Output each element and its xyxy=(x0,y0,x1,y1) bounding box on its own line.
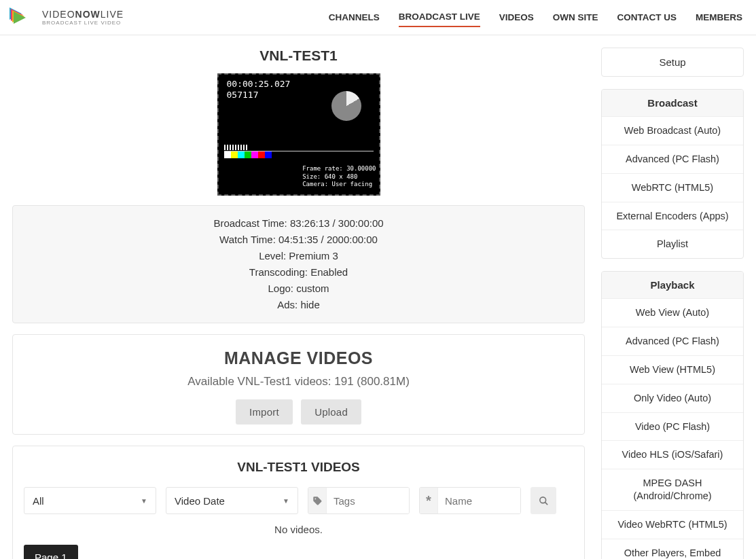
chevron-down-icon: ▼ xyxy=(141,497,147,505)
name-input-group: * xyxy=(419,487,521,514)
logo-icon xyxy=(8,5,35,30)
import-button[interactable]: Import xyxy=(236,399,293,425)
broadcast-panel: Broadcast Web Broadcast (Auto) Advanced … xyxy=(601,89,744,259)
name-input[interactable] xyxy=(438,488,520,513)
main-nav: CHANNELS BROADCAST LIVE VIDEOS OWN SITE … xyxy=(329,7,749,27)
playback-advanced-flash[interactable]: Advanced (PC Flash) xyxy=(602,327,743,356)
stat-logo: Logo: custom xyxy=(24,281,573,297)
search-button[interactable] xyxy=(530,487,556,514)
svg-point-4 xyxy=(539,497,545,503)
videos-heading: VNL-TEST1 VIDEOS xyxy=(24,460,573,475)
nav-channels[interactable]: CHANNELS xyxy=(329,8,380,26)
filter-date-select[interactable]: Video Date ▼ xyxy=(166,487,298,514)
bw-bars-icon xyxy=(224,145,247,150)
stat-transcoding: Transcoding: Enabled xyxy=(24,264,573,281)
playback-web-view-auto[interactable]: Web View (Auto) xyxy=(602,299,743,327)
playback-hls[interactable]: Video HLS (iOS/Safari) xyxy=(602,441,743,469)
pie-icon xyxy=(331,91,361,121)
logo[interactable]: VIDEONOWLIVE BROADCAST LIVE VIDEO xyxy=(7,5,124,30)
svg-line-5 xyxy=(545,502,547,505)
sidebar: Setup Broadcast Web Broadcast (Auto) Adv… xyxy=(601,48,744,559)
videos-card: VNL-TEST1 VIDEOS All ▼ Video Date ▼ xyxy=(12,446,585,559)
page-title: VNL-TEST1 xyxy=(12,48,585,64)
tag-icon xyxy=(308,488,327,513)
setup-button[interactable]: Setup xyxy=(601,48,744,77)
manage-heading: MANAGE VIDEOS xyxy=(24,348,573,368)
playback-webrtc[interactable]: Video WebRTC (HTML5) xyxy=(602,511,743,539)
playback-panel: Playback Web View (Auto) Advanced (PC Fl… xyxy=(601,271,744,559)
broadcast-advanced-flash[interactable]: Advanced (PC Flash) xyxy=(602,145,743,174)
stat-level: Level: Premium 3 xyxy=(24,248,573,264)
playback-video-flash[interactable]: Video (PC Flash) xyxy=(602,413,743,441)
playback-mpeg-dash[interactable]: MPEG DASH (Android/Chrome) xyxy=(602,469,743,511)
available-videos-text: Available VNL-Test1 videos: 191 (800.81M… xyxy=(24,375,573,389)
playback-web-view-html5[interactable]: Web View (HTML5) xyxy=(602,356,743,384)
nav-own-site[interactable]: OWN SITE xyxy=(553,8,598,26)
preview-timecode: 00:00:25.027 057117 xyxy=(227,79,291,101)
chevron-down-icon: ▼ xyxy=(283,497,289,505)
nav-contact-us[interactable]: CONTACT US xyxy=(617,8,677,26)
broadcast-web-auto[interactable]: Web Broadcast (Auto) xyxy=(602,117,743,145)
manage-videos-card: MANAGE VIDEOS Available VNL-Test1 videos… xyxy=(12,334,585,435)
video-preview[interactable]: 00:00:25.027 057117 Frame rate: 30.00000 xyxy=(217,73,380,196)
stat-ads: Ads: hide xyxy=(24,297,573,313)
asterisk-icon: * xyxy=(420,488,438,513)
pager-page-1[interactable]: Page 1 xyxy=(24,545,78,559)
nav-members[interactable]: MEMBERS xyxy=(696,8,742,26)
playback-only-video-auto[interactable]: Only Video (Auto) xyxy=(602,384,743,413)
no-videos-text: No videos. xyxy=(24,524,573,535)
broadcast-webrtc[interactable]: WebRTC (HTML5) xyxy=(602,174,743,202)
playback-panel-header: Playback xyxy=(602,272,743,299)
tags-input[interactable] xyxy=(327,488,409,513)
preview-meta: Frame rate: 30.00000 Size: 640 x 480 Cam… xyxy=(302,165,376,189)
search-icon xyxy=(539,496,549,506)
stats-card: Broadcast Time: 83:26:13 / 300:00:00 Wat… xyxy=(12,205,585,323)
nav-videos[interactable]: VIDEOS xyxy=(499,8,534,26)
color-bars-icon xyxy=(224,151,272,158)
broadcast-panel-header: Broadcast xyxy=(602,90,743,117)
stat-broadcast-time: Broadcast Time: 83:26:13 / 300:00:00 xyxy=(24,215,573,232)
stat-watch-time: Watch Time: 04:51:35 / 2000:00:00 xyxy=(24,232,573,248)
filters-row: All ▼ Video Date ▼ * xyxy=(24,487,573,514)
topbar: VIDEONOWLIVE BROADCAST LIVE VIDEO CHANNE… xyxy=(0,0,756,35)
playback-other-embed[interactable]: Other Players, Embed xyxy=(602,539,743,559)
logo-text: VIDEONOWLIVE BROADCAST LIVE VIDEO xyxy=(42,10,124,26)
filter-all-select[interactable]: All ▼ xyxy=(24,487,156,514)
broadcast-playlist[interactable]: Playlist xyxy=(602,230,743,258)
tags-input-group xyxy=(308,487,410,514)
broadcast-external-encoders[interactable]: External Encoders (Apps) xyxy=(602,202,743,231)
upload-button[interactable]: Upload xyxy=(301,399,361,425)
nav-broadcast-live[interactable]: BROADCAST LIVE xyxy=(399,7,480,27)
